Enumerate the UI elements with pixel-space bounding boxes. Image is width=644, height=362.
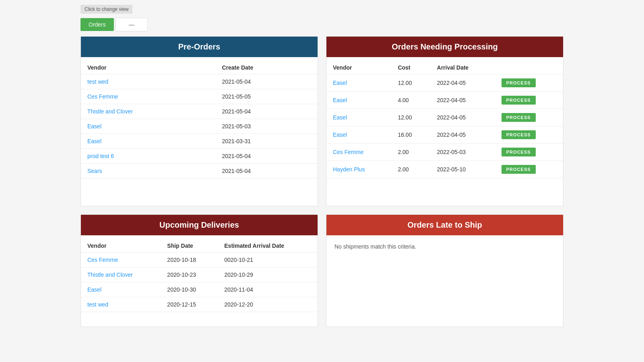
process-button[interactable]: PROCESS <box>502 113 536 122</box>
pre-orders-col-date: Create Date <box>215 61 318 74</box>
proc-col-action <box>495 61 563 74</box>
upcoming-deliveries-table: Vendor Ship Date Estimated Arrival Date … <box>81 239 318 312</box>
table-row: Easel 4.00 2022-04-05 PROCESS <box>326 92 563 109</box>
vendor-link[interactable]: Easel <box>326 126 391 144</box>
est-arrival-date: 2020-12-20 <box>218 297 318 312</box>
cost: 4.00 <box>391 92 430 109</box>
table-row: Thistle and Clover 2020-10-23 2020-10-29 <box>81 267 318 282</box>
cost: 12.00 <box>391 74 430 92</box>
vendor-link[interactable]: Sears <box>81 164 215 179</box>
top-bar: Click to change view Orders — <box>0 0 644 36</box>
upcoming-deliveries-body: Vendor Ship Date Estimated Arrival Date … <box>81 235 318 324</box>
table-row: Easel 12.00 2022-04-05 PROCESS <box>326 109 563 126</box>
cost: 12.00 <box>391 109 430 126</box>
table-row: prod test 6 2021-05-04 <box>81 149 318 164</box>
vendor-link[interactable]: Hayden Plus <box>326 161 391 178</box>
vendor-link[interactable]: Thistle and Clover <box>81 104 215 119</box>
process-cell: PROCESS <box>495 92 563 109</box>
ship-date: 2020-12-15 <box>161 297 218 312</box>
process-cell: PROCESS <box>495 74 563 92</box>
pre-orders-body: Vendor Create Date test wed 2021-05-04 C… <box>81 57 318 206</box>
table-row: Easel 2020-10-30 2020-11-04 <box>81 282 318 297</box>
arrival-date: 2022-04-05 <box>431 126 495 144</box>
table-row: test wed 2020-12-15 2020-12-20 <box>81 297 318 312</box>
tab-orders[interactable]: Orders <box>80 18 114 31</box>
process-button[interactable]: PROCESS <box>502 165 536 174</box>
vendor-link[interactable]: test wed <box>81 74 215 89</box>
del-col-arrival: Estimated Arrival Date <box>218 239 318 253</box>
pre-orders-col-vendor: Vendor <box>81 61 215 74</box>
process-button[interactable]: PROCESS <box>502 130 536 139</box>
vendor-link[interactable]: Easel <box>81 282 161 297</box>
table-row: test wed 2021-05-04 <box>81 74 318 89</box>
create-date: 2021-05-04 <box>215 104 318 119</box>
vendor-link[interactable]: Easel <box>326 109 391 126</box>
table-row: Ces Femme 2021-05-05 <box>81 89 318 104</box>
del-col-vendor: Vendor <box>81 239 161 253</box>
vendor-link[interactable]: Thistle and Clover <box>81 267 161 282</box>
pre-orders-header: Pre-Orders <box>81 37 318 57</box>
upcoming-deliveries-header: Upcoming Deliveries <box>81 215 318 235</box>
pre-orders-table: Vendor Create Date test wed 2021-05-04 C… <box>81 61 318 179</box>
arrival-date: 2022-05-10 <box>431 161 495 178</box>
cost: 2.00 <box>391 161 430 178</box>
orders-processing-panel: Orders Needing Processing Vendor Cost Ar… <box>326 36 564 206</box>
vendor-link[interactable]: Easel <box>326 74 391 92</box>
table-row: Thistle and Clover 2021-05-04 <box>81 104 318 119</box>
vendor-link[interactable]: Easel <box>81 119 215 134</box>
vendor-link[interactable]: prod test 6 <box>81 149 215 164</box>
create-date: 2021-05-04 <box>215 149 318 164</box>
proc-col-vendor: Vendor <box>326 61 391 74</box>
create-date: 2021-03-31 <box>215 134 318 149</box>
vendor-link[interactable]: test wed <box>81 297 161 312</box>
cost: 16.00 <box>391 126 430 144</box>
change-view-button[interactable]: Click to change view <box>80 5 132 14</box>
table-row: Hayden Plus 2.00 2022-05-10 PROCESS <box>326 161 563 178</box>
tab-bar: Orders — <box>80 18 564 31</box>
arrival-date: 2022-04-05 <box>431 74 495 92</box>
create-date: 2021-05-05 <box>215 89 318 104</box>
ship-date: 2020-10-23 <box>161 267 218 282</box>
ship-date: 2020-10-30 <box>161 282 218 297</box>
process-cell: PROCESS <box>495 126 563 144</box>
table-row: Easel 2021-05-03 <box>81 119 318 134</box>
vendor-link[interactable]: Easel <box>81 134 215 149</box>
process-cell: PROCESS <box>495 109 563 126</box>
est-arrival-date: 2020-11-04 <box>218 282 318 297</box>
orders-processing-table: Vendor Cost Arrival Date Easel 12.00 202… <box>326 61 563 178</box>
process-button[interactable]: PROCESS <box>502 96 536 105</box>
arrival-date: 2022-04-05 <box>431 109 495 126</box>
table-row: Easel 12.00 2022-04-05 PROCESS <box>326 74 563 92</box>
pre-orders-panel: Pre-Orders Vendor Create Date test wed 2… <box>80 36 318 206</box>
create-date: 2021-05-04 <box>215 164 318 179</box>
vendor-link[interactable]: Ces Femme <box>81 253 161 267</box>
proc-col-cost: Cost <box>391 61 430 74</box>
ship-date: 2020-10-18 <box>161 253 218 267</box>
est-arrival-date: 2020-10-29 <box>218 267 318 282</box>
create-date: 2021-05-04 <box>215 74 318 89</box>
table-row: Ces Femme 2020-10-18 0020-10-21 <box>81 253 318 267</box>
tab-dash[interactable]: — <box>116 18 148 31</box>
del-col-ship: Ship Date <box>161 239 218 253</box>
vendor-link[interactable]: Ces Femme <box>326 144 391 161</box>
orders-late-panel: Orders Late to Ship No shipments match t… <box>326 214 564 327</box>
table-row: Sears 2021-05-04 <box>81 164 318 179</box>
vendor-link[interactable]: Ces Femme <box>81 89 215 104</box>
upcoming-deliveries-panel: Upcoming Deliveries Vendor Ship Date Est… <box>80 214 318 327</box>
process-cell: PROCESS <box>495 161 563 178</box>
proc-col-arrival: Arrival Date <box>431 61 495 74</box>
table-row: Ces Femme 2.00 2022-05-03 PROCESS <box>326 144 563 161</box>
orders-processing-header: Orders Needing Processing <box>326 37 563 57</box>
create-date: 2021-05-03 <box>215 119 318 134</box>
orders-processing-body: Vendor Cost Arrival Date Easel 12.00 202… <box>326 57 563 206</box>
process-button[interactable]: PROCESS <box>502 78 536 87</box>
process-cell: PROCESS <box>495 144 563 161</box>
process-button[interactable]: PROCESS <box>502 148 536 156</box>
vendor-link[interactable]: Easel <box>326 92 391 109</box>
table-row: Easel 16.00 2022-04-05 PROCESS <box>326 126 563 144</box>
arrival-date: 2022-04-05 <box>431 92 495 109</box>
main-grid: Pre-Orders Vendor Create Date test wed 2… <box>0 36 644 339</box>
cost: 2.00 <box>391 144 430 161</box>
est-arrival-date: 0020-10-21 <box>218 253 318 267</box>
orders-late-header: Orders Late to Ship <box>326 215 563 235</box>
